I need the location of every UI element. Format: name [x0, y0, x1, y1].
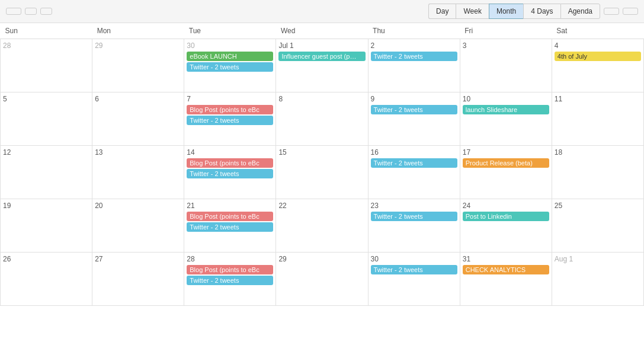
more-button[interactable]	[604, 8, 619, 15]
day-number: Aug 1	[555, 255, 641, 263]
calendar-event[interactable]: Blog Post (points to eBc	[187, 212, 273, 221]
day-number: 28	[3, 41, 89, 50]
day-number: 24	[463, 202, 549, 210]
day-cell[interactable]: 30Twitter - 2 tweets	[368, 253, 460, 306]
calendar-event[interactable]: Twitter - 2 tweets	[187, 276, 273, 285]
day-number: 8	[278, 95, 365, 103]
view-switcher: Day Week Month 4 Days Agenda	[428, 4, 600, 19]
day-number: 11	[555, 95, 641, 103]
calendar-event[interactable]: Twitter - 2 tweets	[371, 52, 457, 61]
day-cell[interactable]: 3	[460, 39, 552, 92]
week-row-3: 192021Blog Post (points to eBcTwitter - …	[1, 199, 644, 253]
day-number: 30	[187, 41, 273, 50]
day-cell[interactable]: 26	[1, 253, 92, 306]
day-cell[interactable]: 30eBook LAUNCHTwitter - 2 tweets	[184, 39, 276, 92]
view-week[interactable]: Week	[456, 4, 488, 19]
day-cell[interactable]: 28Blog Post (points to eBcTwitter - 2 tw…	[184, 253, 276, 306]
day-number: 26	[3, 255, 89, 263]
calendar-event[interactable]: CHECK ANALYTICS	[463, 265, 549, 274]
day-cell[interactable]: 14Blog Post (points to eBcTwitter - 2 tw…	[184, 146, 276, 199]
day-cell[interactable]: 12	[1, 146, 92, 199]
day-cell[interactable]: 17Product Release (beta)	[460, 146, 552, 199]
day-cell[interactable]: 27	[92, 253, 184, 306]
calendar-event[interactable]: Twitter - 2 tweets	[187, 116, 273, 125]
day-cell[interactable]: 2Twitter - 2 tweets	[368, 39, 460, 92]
calendar-event[interactable]: Influencer guest post (p…	[278, 52, 365, 61]
next-button[interactable]	[40, 8, 52, 15]
toolbar: Day Week Month 4 Days Agenda	[0, 0, 644, 23]
day-number: 12	[3, 148, 89, 156]
day-cell[interactable]: 11	[552, 92, 643, 146]
calendar-event[interactable]: Twitter - 2 tweets	[371, 158, 457, 168]
calendar-grid: SunMonTueWedThuFriSat 282930eBook LAUNCH…	[0, 23, 644, 306]
week-row-0: 282930eBook LAUNCHTwitter - 2 tweetsJul …	[1, 39, 644, 92]
day-cell[interactable]: 29	[276, 253, 368, 306]
day-cell[interactable]: 24Post to Linkedin	[460, 199, 552, 253]
day-cell[interactable]: 15	[276, 146, 368, 199]
day-number: 4	[555, 41, 641, 50]
calendar-event[interactable]: launch Slideshare	[463, 105, 549, 114]
day-cell[interactable]: 25	[552, 199, 643, 253]
day-cell[interactable]: 7Blog Post (points to eBcTwitter - 2 twe…	[184, 92, 276, 146]
calendar-event[interactable]: Twitter - 2 tweets	[371, 105, 457, 114]
day-cell[interactable]: 44th of July	[552, 39, 643, 92]
day-header-fri: Fri	[460, 23, 552, 39]
day-cell[interactable]: 23Twitter - 2 tweets	[368, 199, 460, 253]
day-cell[interactable]: 22	[276, 199, 368, 253]
day-cell[interactable]: 16Twitter - 2 tweets	[368, 146, 460, 199]
day-cell[interactable]: Aug 1	[552, 253, 643, 306]
calendar-event[interactable]: Twitter - 2 tweets	[187, 169, 273, 178]
calendar-event[interactable]: Blog Post (points to eBc	[187, 105, 273, 114]
day-cell[interactable]: 8	[276, 92, 368, 146]
day-cell[interactable]: 21Blog Post (points to eBcTwitter - 2 tw…	[184, 199, 276, 253]
day-number: 2	[371, 41, 457, 50]
day-cell[interactable]: 5	[1, 92, 92, 146]
day-number: 16	[371, 148, 457, 156]
day-number: 20	[95, 202, 181, 210]
day-number: 28	[187, 255, 273, 263]
view-day[interactable]: Day	[428, 4, 456, 19]
day-number: 29	[95, 41, 181, 50]
day-number: 22	[278, 202, 365, 210]
day-header-sat: Sat	[552, 23, 643, 39]
today-button[interactable]	[6, 8, 21, 15]
day-cell[interactable]: 29	[92, 39, 184, 92]
day-number: 18	[555, 148, 641, 156]
calendar-event[interactable]: Twitter - 2 tweets	[187, 62, 273, 72]
day-cell[interactable]: 18	[552, 146, 643, 199]
calendar-event[interactable]: 4th of July	[555, 52, 641, 61]
view-agenda[interactable]: Agenda	[560, 4, 600, 19]
day-header-tue: Tue	[184, 23, 276, 39]
day-cell[interactable]: 19	[1, 199, 92, 253]
day-number: 15	[278, 148, 365, 156]
day-cell[interactable]: 6	[92, 92, 184, 146]
day-cell[interactable]: 10launch Slideshare	[460, 92, 552, 146]
day-cell[interactable]: Jul 1Influencer guest post (p…	[276, 39, 368, 92]
calendar-event[interactable]: Twitter - 2 tweets	[187, 222, 273, 232]
day-number: 31	[463, 255, 549, 263]
day-cell[interactable]: 31CHECK ANALYTICS	[460, 253, 552, 306]
day-number: 30	[371, 255, 457, 263]
week-row-1: 567Blog Post (points to eBcTwitter - 2 t…	[1, 92, 644, 146]
prev-button[interactable]	[25, 8, 37, 15]
calendar-event[interactable]: Product Release (beta)	[463, 158, 549, 168]
day-number: 10	[463, 95, 549, 103]
day-cell[interactable]: 28	[1, 39, 92, 92]
calendar-event[interactable]: Blog Post (points to eBc	[187, 265, 273, 274]
day-header-mon: Mon	[92, 23, 184, 39]
calendar-event[interactable]: Twitter - 2 tweets	[371, 265, 457, 274]
day-number: 21	[187, 202, 273, 210]
calendar-event[interactable]: eBook LAUNCH	[187, 52, 273, 61]
calendar-event[interactable]: Blog Post (points to eBc	[187, 158, 273, 168]
view-month[interactable]: Month	[489, 4, 523, 19]
day-number: Jul 1	[278, 41, 365, 50]
view-4days[interactable]: 4 Days	[523, 4, 560, 19]
day-number: 13	[95, 148, 181, 156]
settings-button[interactable]	[623, 8, 638, 15]
day-cell[interactable]: 9Twitter - 2 tweets	[368, 92, 460, 146]
day-cell[interactable]: 13	[92, 146, 184, 199]
day-number: 19	[3, 202, 89, 210]
calendar-event[interactable]: Post to Linkedin	[463, 212, 549, 221]
calendar-event[interactable]: Twitter - 2 tweets	[371, 212, 457, 221]
day-cell[interactable]: 20	[92, 199, 184, 253]
